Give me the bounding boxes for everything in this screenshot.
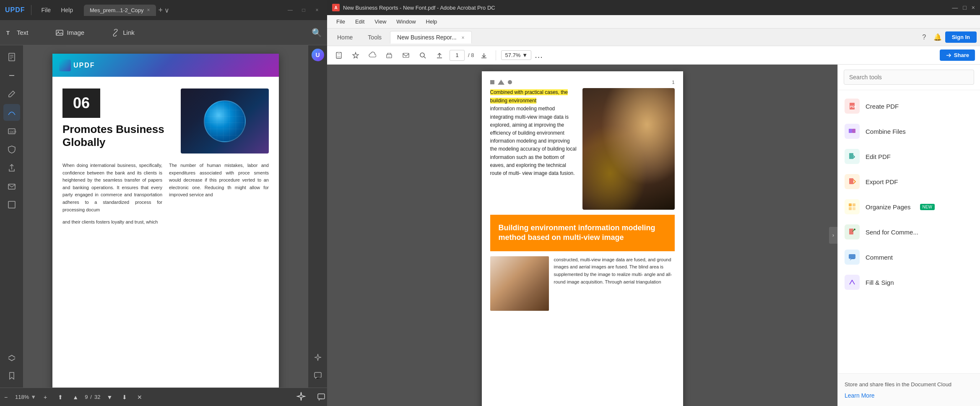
- tools-search-input[interactable]: [844, 70, 974, 85]
- svg-rect-12: [8, 201, 15, 208]
- sidebar-icon-edit[interactable]: [3, 86, 20, 102]
- updf-doc-logo-icon: [59, 60, 71, 71]
- page-number-input[interactable]: [450, 50, 465, 61]
- sidebar-icon-layers[interactable]: [3, 349, 20, 366]
- acrobat-menu-edit[interactable]: Edit: [351, 17, 369, 26]
- updf-menu-help[interactable]: Help: [57, 5, 77, 15]
- toolbar-text-button[interactable]: T Text: [0, 26, 34, 39]
- share-button[interactable]: Share: [940, 49, 975, 61]
- pdf-two-col: Combined with practical cases, the build…: [490, 88, 675, 210]
- acrobat-help-button[interactable]: ?: [918, 31, 930, 43]
- tools-footer: Store and share files in the Document Cl…: [838, 373, 980, 406]
- zoom-chevron-icon[interactable]: ▼: [31, 394, 36, 400]
- save-button[interactable]: [332, 49, 346, 62]
- download-button[interactable]: [477, 49, 491, 62]
- toolbar-link-button[interactable]: Link: [106, 26, 140, 39]
- tool-item-organize-pages[interactable]: Organize Pages NEW: [838, 194, 980, 219]
- updf-panel: UPDF File Help Mes_prem...1-2_Copy × + ∨…: [0, 0, 327, 406]
- combine-files-label: Combine Files: [866, 128, 906, 135]
- sidebar-icon-mail[interactable]: [3, 178, 20, 195]
- updf-doc-logo: UPDF: [59, 60, 95, 71]
- combine-files-icon: [845, 124, 860, 139]
- tool-item-export-pdf[interactable]: Export PDF: [838, 169, 980, 194]
- acrobat-tab-tools[interactable]: Tools: [361, 31, 388, 43]
- updf-menu: File Help: [37, 5, 77, 15]
- sidebar-icon-share[interactable]: [3, 159, 20, 176]
- acrobat-menu-help[interactable]: Help: [422, 17, 442, 26]
- updf-document-area: UPDF 06 Promotes Business Globally: [23, 45, 308, 388]
- zoom-out-button[interactable]: −: [0, 391, 12, 403]
- updf-close-button[interactable]: ×: [312, 5, 322, 15]
- updf-account-avatar[interactable]: U: [312, 49, 324, 61]
- sidebar-icon-pages[interactable]: [3, 49, 20, 65]
- acrobat-bell-button[interactable]: 🔔: [932, 31, 944, 43]
- page-up-button[interactable]: ⬆: [55, 391, 66, 403]
- tool-item-create-pdf[interactable]: PDF Create PDF: [838, 94, 980, 119]
- svg-rect-30: [849, 129, 852, 133]
- updf-minimize-button[interactable]: —: [285, 5, 295, 15]
- acrobat-close-button[interactable]: ×: [972, 4, 975, 11]
- tool-item-fill-sign[interactable]: Fill & Sign: [838, 270, 980, 295]
- svg-rect-32: [849, 153, 853, 159]
- toolbar-search-button[interactable]: 🔍: [312, 28, 322, 38]
- more-options-button[interactable]: ...: [535, 50, 543, 60]
- tool-item-edit-pdf[interactable]: Edit PDF: [838, 144, 980, 169]
- tool-item-combine-files[interactable]: Combine Files: [838, 119, 980, 144]
- svg-rect-40: [849, 254, 855, 259]
- acrobat-tab-home[interactable]: Home: [330, 31, 359, 43]
- pdf-side-arrow-button[interactable]: ›: [829, 227, 837, 244]
- zoom-chevron-icon: ▼: [522, 52, 528, 58]
- chat-bottom-button[interactable]: [315, 391, 327, 403]
- page-up-arrow-button[interactable]: ▲: [70, 391, 81, 403]
- acrobat-menu-file[interactable]: File: [332, 17, 349, 26]
- acrobat-tab-document[interactable]: New Business Repor... ×: [390, 31, 472, 44]
- page-down-button[interactable]: ⬇: [119, 391, 130, 403]
- page-down-arrow-button[interactable]: ▼: [104, 391, 115, 403]
- sidebar-icon-minus[interactable]: [3, 67, 20, 84]
- close-bottom-button[interactable]: ✕: [134, 391, 146, 403]
- svg-rect-34: [849, 203, 852, 206]
- tool-item-comment[interactable]: Comment: [838, 245, 980, 270]
- mail-button[interactable]: [399, 49, 413, 62]
- comment-icon: [845, 250, 860, 265]
- pdf-page-number: 1: [672, 80, 674, 85]
- toolbar-image-button[interactable]: Image: [50, 26, 90, 39]
- tools-panel: PDF Create PDF Combine Files Edit P: [837, 65, 980, 406]
- updf-tab-close[interactable]: ×: [147, 7, 150, 13]
- cloud-button[interactable]: [366, 49, 379, 62]
- sidebar-icon-annotate[interactable]: [3, 104, 20, 121]
- updf-tab-name: Mes_prem...1-2_Copy: [90, 7, 144, 13]
- updf-tab-add[interactable]: +: [159, 6, 163, 15]
- sidebar-icon-bookmark[interactable]: [3, 367, 20, 384]
- tool-item-send-for-comment[interactable]: Send for Comme...: [838, 219, 980, 245]
- sidebar-icon-protect[interactable]: [3, 141, 20, 158]
- doc-body-text-3: and their clients fosters loyalty and tr…: [62, 219, 269, 226]
- acrobat-tab-document-close[interactable]: ×: [462, 35, 465, 41]
- doc-content: 06 Promotes Business Globally: [52, 77, 279, 234]
- pdf-bottom-section: constructed, multi-view image data are f…: [490, 256, 675, 311]
- sidebar-icon-ocr[interactable]: OCR: [3, 122, 20, 139]
- learn-more-link[interactable]: Learn More: [845, 392, 875, 399]
- updf-active-tab[interactable]: Mes_prem...1-2_Copy ×: [84, 5, 156, 16]
- acrobat-maximize-button[interactable]: □: [963, 4, 966, 11]
- updf-menu-file[interactable]: File: [37, 5, 55, 15]
- zoom-in-button[interactable]: +: [39, 391, 51, 403]
- doc-header-banner: UPDF: [52, 54, 279, 77]
- acrobat-menu-view[interactable]: View: [370, 17, 390, 26]
- zoom-select[interactable]: 57.7% ▼: [501, 50, 531, 60]
- acrobat-minimize-button[interactable]: —: [952, 4, 958, 11]
- print-button[interactable]: [382, 49, 396, 62]
- updf-right-icon-chat[interactable]: [309, 367, 326, 384]
- updf-right-icon-sparkle[interactable]: [309, 349, 326, 366]
- zoom-display: 118% ▼: [15, 394, 36, 400]
- updf-tab-more[interactable]: ∨: [164, 6, 169, 14]
- edit-pdf-icon: [845, 149, 860, 164]
- star-button[interactable]: [349, 49, 362, 62]
- upload-button[interactable]: [433, 49, 446, 62]
- sidebar-icon-convert[interactable]: [3, 196, 20, 213]
- acrobat-signin-button[interactable]: Sign In: [945, 31, 977, 43]
- updf-tabs: Mes_prem...1-2_Copy × + ∨: [84, 5, 282, 16]
- updf-maximize-button[interactable]: □: [299, 5, 309, 15]
- search-button[interactable]: [416, 49, 429, 62]
- acrobat-menu-window[interactable]: Window: [392, 17, 420, 26]
